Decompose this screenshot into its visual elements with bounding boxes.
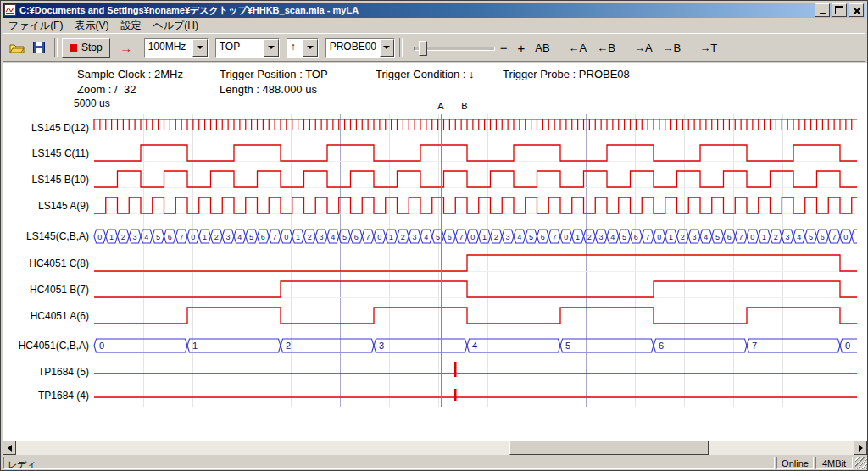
- trigger-position-select[interactable]: TOP: [215, 38, 280, 58]
- svg-text:0: 0: [99, 341, 104, 351]
- svg-text:6: 6: [448, 233, 452, 241]
- svg-text:3: 3: [599, 233, 604, 241]
- trigger-condition-info: Trigger Condition : ↓: [376, 68, 475, 80]
- sample-clock-value: 100MHz: [145, 39, 190, 57]
- zoom-out-button[interactable]: −: [495, 37, 513, 58]
- zoom-in-button[interactable]: +: [512, 37, 530, 58]
- waveform-panel: Sample Clock : 2MHz Trigger Position : T…: [3, 63, 867, 442]
- goto-cursor-b-right-button[interactable]: →B: [658, 37, 687, 58]
- svg-text:7: 7: [180, 233, 184, 241]
- goto-cursor-b-left-button[interactable]: ←B: [592, 37, 620, 58]
- svg-text:3: 3: [379, 341, 384, 351]
- chevron-down-icon[interactable]: [264, 39, 279, 57]
- svg-text:1: 1: [296, 233, 300, 241]
- ab-range-button[interactable]: AB: [530, 37, 554, 58]
- close-icon: [853, 7, 860, 14]
- svg-text:0: 0: [470, 233, 475, 241]
- svg-text:2: 2: [286, 341, 291, 351]
- scroll-left-button[interactable]: [3, 441, 16, 455]
- svg-text:2: 2: [494, 233, 498, 241]
- svg-text:4: 4: [472, 341, 477, 351]
- svg-text:5: 5: [622, 233, 626, 241]
- menu-settings[interactable]: 設定: [114, 18, 147, 34]
- svg-text:6: 6: [541, 233, 545, 241]
- svg-text:3: 3: [786, 233, 790, 241]
- goto-cursor-a-right-button[interactable]: →A: [629, 37, 658, 58]
- app-icon: [4, 4, 16, 16]
- menu-file[interactable]: ファイル(F): [3, 18, 69, 34]
- svg-text:1: 1: [669, 233, 673, 241]
- svg-text:0: 0: [657, 233, 661, 241]
- toolbar: Stop → 100MHz TOP ↑ PROBE00 − + AB: [3, 33, 865, 62]
- goto-trigger-button[interactable]: →T: [694, 37, 722, 58]
- svg-text:3: 3: [320, 233, 324, 241]
- resize-grip[interactable]: [855, 457, 867, 469]
- status-bar: レディ Online 4MBit: [3, 455, 867, 470]
- svg-text:2: 2: [774, 233, 778, 241]
- svg-text:2: 2: [587, 233, 592, 241]
- svg-text:5: 5: [529, 233, 533, 241]
- svg-text:B: B: [461, 101, 467, 111]
- svg-text:1: 1: [482, 233, 487, 241]
- trigger-edge-select[interactable]: ↑: [287, 38, 319, 58]
- svg-text:7: 7: [832, 233, 837, 241]
- save-button[interactable]: [28, 37, 50, 58]
- chevron-down-icon[interactable]: [380, 39, 394, 57]
- length-info: Length : 488.000 us: [220, 83, 317, 96]
- stop-button[interactable]: Stop: [62, 38, 110, 58]
- svg-text:3: 3: [506, 233, 510, 241]
- svg-text:6: 6: [727, 233, 732, 241]
- chevron-down-icon[interactable]: [192, 39, 208, 57]
- toolbar-separator: [54, 38, 58, 57]
- zoom-slider-handle[interactable]: [419, 41, 427, 56]
- waveform-area[interactable]: 0123456701234567012345670123456701234567…: [3, 63, 867, 442]
- svg-text:1: 1: [576, 233, 580, 241]
- trigger-probe-value: PROBE00: [326, 39, 380, 57]
- svg-text:4: 4: [424, 233, 428, 241]
- trigger-probe-info: Trigger Probe : PROBE08: [503, 68, 630, 80]
- app-window: C:¥Documents and Settings¥noname¥デスクトップ¥…: [0, 0, 868, 471]
- title-bar[interactable]: C:¥Documents and Settings¥noname¥デスクトップ¥…: [3, 3, 865, 18]
- svg-text:7: 7: [273, 233, 277, 241]
- maximize-button[interactable]: [832, 3, 847, 17]
- open-folder-icon: [9, 42, 25, 53]
- zoom-slider[interactable]: [414, 38, 495, 57]
- right-arrow-icon: [859, 445, 866, 452]
- svg-text:6: 6: [168, 233, 172, 241]
- svg-text:1: 1: [192, 341, 198, 351]
- svg-text:5: 5: [249, 233, 253, 241]
- svg-text:1: 1: [203, 233, 207, 241]
- goto-cursor-a-left-button[interactable]: ←A: [564, 37, 593, 58]
- trigger-probe-select[interactable]: PROBE00: [326, 38, 395, 58]
- menu-view[interactable]: 表示(V): [69, 18, 114, 34]
- horizontal-scrollbar[interactable]: [3, 441, 867, 455]
- time-division-label: 5000 us: [74, 97, 110, 109]
- scrollbar-thumb[interactable]: [509, 441, 709, 455]
- svg-text:0: 0: [284, 233, 288, 241]
- svg-text:1: 1: [389, 233, 393, 241]
- status-online: Online: [776, 457, 814, 469]
- svg-text:5: 5: [565, 341, 570, 351]
- svg-text:6: 6: [354, 233, 359, 241]
- svg-text:1: 1: [109, 233, 114, 241]
- svg-text:A: A: [437, 101, 444, 111]
- sample-clock-select[interactable]: 100MHz: [144, 38, 209, 58]
- svg-text:4: 4: [517, 233, 521, 241]
- svg-text:3: 3: [226, 233, 231, 241]
- minimize-button[interactable]: [815, 3, 830, 17]
- scroll-right-button[interactable]: [854, 441, 867, 455]
- status-message: レディ: [3, 457, 775, 469]
- trigger-position-value: TOP: [216, 39, 243, 57]
- stop-icon: [70, 44, 77, 52]
- svg-text:0: 0: [564, 233, 568, 241]
- menu-help[interactable]: ヘルプ(H): [147, 18, 204, 34]
- open-button[interactable]: [6, 37, 28, 58]
- svg-text:7: 7: [553, 233, 557, 241]
- toolbar-separator: [399, 38, 403, 57]
- chevron-down-icon[interactable]: [303, 39, 318, 57]
- window-title: C:¥Documents and Settings¥noname¥デスクトップ¥…: [19, 4, 815, 17]
- svg-text:6: 6: [634, 233, 638, 241]
- close-button[interactable]: [849, 3, 864, 17]
- maximize-icon: [835, 6, 843, 14]
- run-button[interactable]: →: [115, 38, 137, 58]
